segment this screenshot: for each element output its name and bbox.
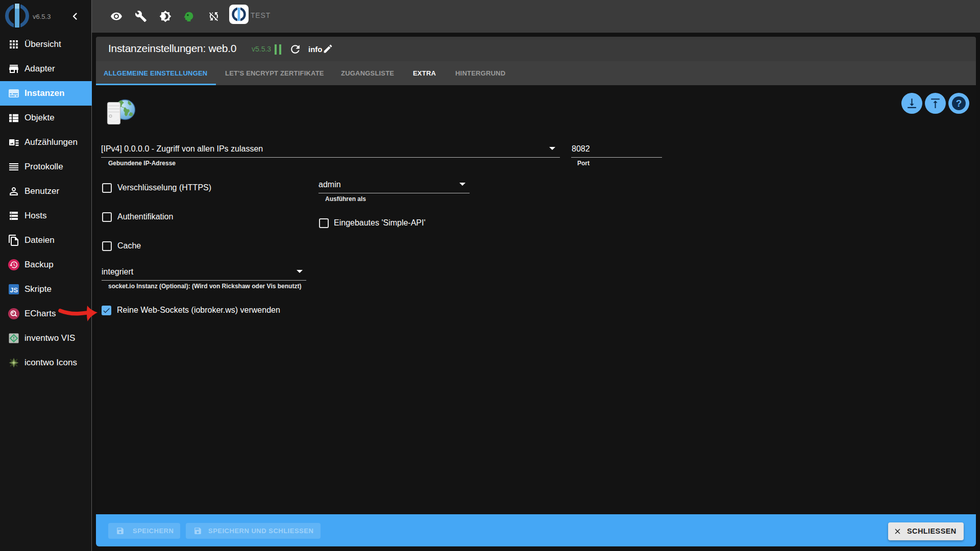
svg-text:JS: JS [10,286,18,294]
